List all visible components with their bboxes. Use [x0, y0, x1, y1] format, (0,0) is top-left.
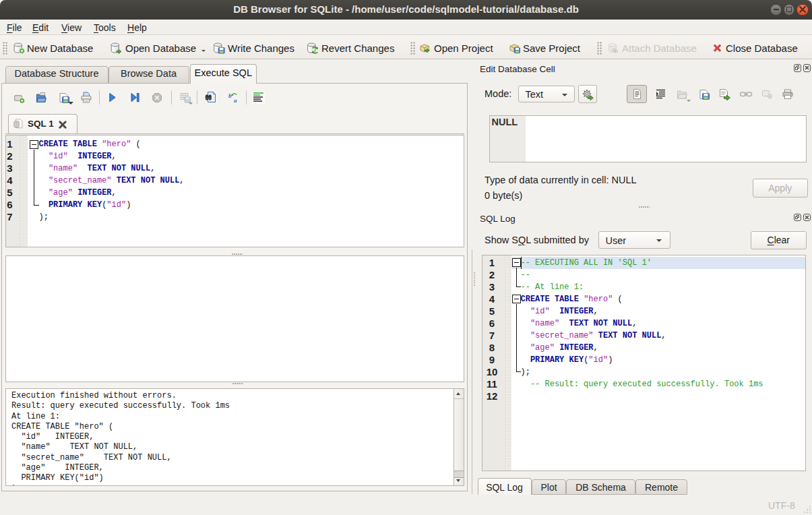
svg-text:a: a — [234, 97, 237, 104]
svg-text:b: b — [228, 92, 232, 99]
